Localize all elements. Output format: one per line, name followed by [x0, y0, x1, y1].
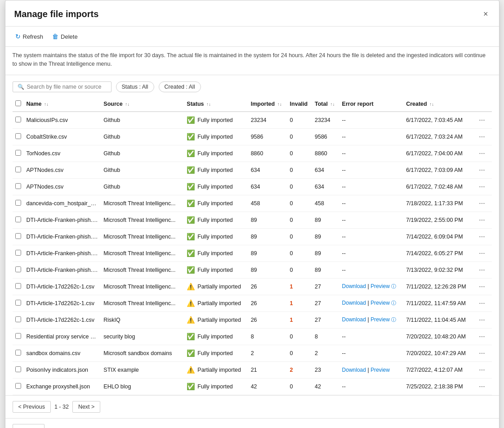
row-checkbox[interactable] [15, 366, 21, 372]
row-checkbox-cell[interactable] [13, 361, 24, 378]
col-source[interactable]: Source ↑↓ [101, 97, 184, 112]
row-checkbox-cell[interactable] [13, 311, 24, 328]
download-link[interactable]: Download [342, 367, 366, 373]
row-checkbox[interactable] [15, 316, 21, 322]
select-all-header[interactable] [13, 97, 24, 112]
row-more-button[interactable]: ··· [476, 315, 487, 325]
row-actions[interactable]: ··· [473, 228, 491, 245]
row-actions[interactable]: ··· [473, 261, 491, 278]
preview-link[interactable]: Preview [370, 316, 390, 323]
row-checkbox[interactable] [15, 216, 21, 222]
row-actions[interactable]: ··· [473, 162, 491, 178]
search-box[interactable]: 🔍 [13, 81, 112, 92]
row-more-button[interactable]: ··· [476, 182, 487, 192]
row-actions[interactable]: ··· [473, 295, 491, 311]
row-actions[interactable]: ··· [473, 195, 491, 212]
row-actions[interactable]: ··· [473, 212, 491, 228]
col-created[interactable]: Created ↑↓ [403, 97, 473, 112]
row-checkbox-cell[interactable] [13, 128, 24, 145]
row-checkbox-cell[interactable] [13, 261, 24, 278]
row-checkbox[interactable] [15, 350, 21, 356]
refresh-button[interactable]: ↻ Refresh [13, 31, 46, 42]
row-more-button[interactable]: ··· [476, 265, 487, 275]
row-actions[interactable]: ··· [473, 311, 491, 328]
row-more-button[interactable]: ··· [476, 332, 487, 342]
row-invalid: 2 [287, 361, 312, 378]
row-checkbox[interactable] [15, 233, 21, 239]
row-checkbox-cell[interactable] [13, 378, 24, 395]
row-checkbox-cell[interactable] [13, 278, 24, 295]
row-more-button[interactable]: ··· [476, 115, 487, 125]
row-more-button[interactable]: ··· [476, 232, 487, 242]
row-checkbox-cell[interactable] [13, 245, 24, 261]
row-checkbox[interactable] [15, 300, 21, 306]
select-all-checkbox[interactable] [15, 100, 21, 106]
status-text: Fully imported [197, 134, 233, 140]
row-checkbox[interactable] [15, 283, 21, 289]
row-checkbox-cell[interactable] [13, 162, 24, 178]
row-actions[interactable]: ··· [473, 345, 491, 361]
row-actions[interactable]: ··· [473, 112, 491, 129]
col-status[interactable]: Status ↑↓ [184, 97, 248, 112]
row-checkbox[interactable] [15, 383, 21, 389]
col-invalid[interactable]: Invalid [287, 97, 312, 112]
row-more-button[interactable]: ··· [476, 248, 487, 258]
row-more-button[interactable]: ··· [476, 132, 487, 142]
row-actions[interactable]: ··· [473, 328, 491, 345]
row-checkbox[interactable] [15, 183, 21, 189]
row-checkbox-cell[interactable] [13, 195, 24, 212]
row-actions[interactable]: ··· [473, 278, 491, 295]
row-actions[interactable]: ··· [473, 361, 491, 378]
row-checkbox[interactable] [15, 250, 21, 256]
row-checkbox[interactable] [15, 266, 21, 272]
preview-link[interactable]: Preview [370, 283, 390, 289]
row-actions[interactable]: ··· [473, 178, 491, 195]
row-checkbox-cell[interactable] [13, 112, 24, 129]
close-dialog-button[interactable]: Close [13, 424, 45, 428]
col-imported[interactable]: Imported ↑↓ [248, 97, 287, 112]
row-actions[interactable]: ··· [473, 378, 491, 395]
previous-button[interactable]: < Previous [13, 401, 51, 413]
row-actions[interactable]: ··· [473, 128, 491, 145]
download-link[interactable]: Download [342, 316, 366, 323]
row-more-button[interactable]: ··· [476, 198, 487, 208]
search-input[interactable] [27, 84, 107, 90]
row-status: ✅ Fully imported [184, 228, 248, 245]
row-total: 89 [312, 228, 339, 245]
row-checkbox[interactable] [15, 117, 21, 122]
col-total[interactable]: Total ↑↓ [312, 97, 339, 112]
row-more-button[interactable]: ··· [476, 382, 487, 392]
col-name[interactable]: Name ↑↓ [24, 97, 101, 112]
row-more-button[interactable]: ··· [476, 282, 487, 292]
download-link[interactable]: Download [342, 300, 366, 306]
row-checkbox[interactable] [15, 133, 21, 139]
row-checkbox[interactable] [15, 333, 21, 339]
row-actions[interactable]: ··· [473, 145, 491, 162]
close-x-button[interactable]: × [482, 8, 490, 21]
row-checkbox[interactable] [15, 150, 21, 156]
row-more-button[interactable]: ··· [476, 365, 487, 375]
row-checkbox-cell[interactable] [13, 145, 24, 162]
row-checkbox[interactable] [15, 167, 21, 172]
preview-link[interactable]: Preview [370, 367, 390, 373]
next-button[interactable]: Next > [72, 401, 100, 413]
download-link[interactable]: Download [342, 283, 366, 289]
row-more-button[interactable]: ··· [476, 149, 487, 158]
row-checkbox-cell[interactable] [13, 178, 24, 195]
preview-link[interactable]: Preview [370, 300, 390, 306]
row-checkbox-cell[interactable] [13, 212, 24, 228]
delete-button[interactable]: 🗑 Delete [49, 31, 80, 42]
row-more-button[interactable]: ··· [476, 348, 487, 358]
status-icon: ✅ [187, 233, 195, 241]
created-filter-button[interactable]: Created : All [159, 81, 201, 92]
row-more-button[interactable]: ··· [476, 165, 487, 175]
row-checkbox[interactable] [15, 200, 21, 206]
row-checkbox-cell[interactable] [13, 328, 24, 345]
row-checkbox-cell[interactable] [13, 228, 24, 245]
row-more-button[interactable]: ··· [476, 298, 487, 308]
status-filter-button[interactable]: Status : All [116, 81, 154, 92]
row-actions[interactable]: ··· [473, 245, 491, 261]
row-checkbox-cell[interactable] [13, 295, 24, 311]
row-checkbox-cell[interactable] [13, 345, 24, 361]
row-more-button[interactable]: ··· [476, 215, 487, 225]
